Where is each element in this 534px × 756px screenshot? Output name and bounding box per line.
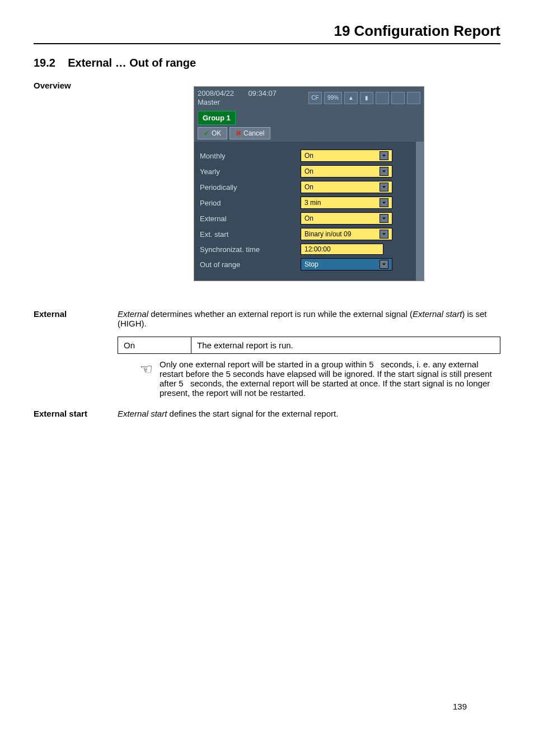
page-header: 19 Configuration Report — [34, 22, 500, 44]
chart-icon: ▮ — [360, 92, 373, 104]
external-table-col1: On — [118, 337, 191, 354]
external-start-rest: defines the start signal for the externa… — [167, 409, 338, 418]
pointing-hand-icon: ☞ — [140, 361, 153, 378]
sync-time-value: 12:00:00 — [305, 245, 331, 253]
chevron-down-icon — [380, 167, 388, 176]
external-note-text: Only one external report will be started… — [160, 360, 498, 398]
chevron-down-icon — [380, 214, 388, 223]
external-paragraph: External determines whether an external … — [118, 309, 500, 328]
cross-icon: ✖ — [236, 129, 241, 137]
screenshot-panel: 2008/04/22 09:34:07 Master CF 99% ▲ ▮ — [194, 86, 424, 281]
ok-button[interactable]: ✔ OK — [198, 127, 227, 139]
ext-start-dropdown[interactable]: Binary in/out 09 — [301, 228, 392, 240]
sync-time-input[interactable]: 12:00:00 — [301, 244, 383, 255]
page-number: 139 — [453, 702, 467, 711]
chevron-down-icon — [380, 151, 388, 160]
blank-icon-3 — [407, 92, 420, 104]
out-of-range-dropdown[interactable]: Stop — [301, 258, 392, 270]
chevron-down-icon — [380, 260, 388, 269]
periodically-dropdown[interactable]: On — [301, 181, 392, 193]
periodically-label: Periodically — [200, 183, 301, 192]
header-title: 19 Configuration Report — [334, 22, 500, 39]
scrollbar[interactable] — [416, 142, 424, 281]
ok-label: OK — [212, 129, 221, 137]
external-note: ☞ Only one external report will be start… — [140, 360, 498, 398]
period-value: 3 min — [305, 199, 321, 207]
chevron-down-icon — [380, 198, 388, 207]
periodically-value: On — [305, 183, 313, 191]
section-name: External … Out of range — [68, 57, 196, 69]
alarm-icon: ▲ — [344, 92, 358, 104]
external-table: On The external report is run. — [118, 337, 500, 354]
cf-card-icon: CF — [308, 92, 322, 104]
out-of-range-value: Stop — [305, 260, 318, 268]
cancel-button[interactable]: ✖ Cancel — [229, 127, 270, 139]
sync-time-label: Synchronizat. time — [200, 245, 301, 254]
monthly-label: Monthly — [200, 152, 301, 160]
monthly-value: On — [305, 152, 313, 160]
chevron-down-icon — [380, 183, 388, 192]
period-label: Period — [200, 199, 301, 207]
external-section-label: External — [34, 309, 118, 398]
blank-icon-1 — [376, 92, 389, 104]
out-of-range-label: Out of range — [200, 260, 301, 269]
section-number: 19.2 — [34, 57, 55, 69]
screenshot-time: 09:34:07 — [248, 89, 277, 97]
external-label: External — [200, 214, 301, 223]
monthly-dropdown[interactable]: On — [301, 150, 392, 162]
ext-start-value: Binary in/out 09 — [305, 230, 351, 238]
cf-percent-icon: 99% — [324, 92, 342, 104]
cancel-label: Cancel — [243, 129, 264, 137]
external-start-section-label: External start — [34, 409, 118, 427]
external-table-col2: The external report is run. — [191, 337, 500, 354]
chevron-down-icon — [380, 230, 388, 239]
yearly-dropdown[interactable]: On — [301, 165, 392, 178]
external-start-paragraph: External start defines the start signal … — [118, 409, 500, 418]
yearly-label: Yearly — [200, 167, 301, 176]
overview-label: Overview — [34, 81, 118, 298]
external-start-ital: External start — [118, 409, 167, 418]
external-text-mid: determines whether an external report is… — [148, 309, 413, 319]
external-dropdown[interactable]: On — [301, 212, 392, 225]
section-title: 19.2 External … Out of range — [34, 57, 500, 69]
period-dropdown[interactable]: 3 min — [301, 197, 392, 209]
group-tab[interactable]: Group 1 — [198, 111, 236, 125]
external-value: On — [305, 214, 313, 222]
external-ital-1: External — [118, 309, 148, 319]
ext-start-label: Ext. start — [200, 230, 301, 239]
yearly-value: On — [305, 167, 313, 175]
screenshot-titlebar: 2008/04/22 09:34:07 Master CF 99% ▲ ▮ — [194, 87, 424, 109]
screenshot-date: 2008/04/22 — [198, 89, 234, 97]
external-ital-2: External start — [413, 309, 462, 319]
check-icon: ✔ — [204, 129, 209, 137]
blank-icon-2 — [391, 92, 405, 104]
screenshot-master: Master — [198, 98, 220, 106]
